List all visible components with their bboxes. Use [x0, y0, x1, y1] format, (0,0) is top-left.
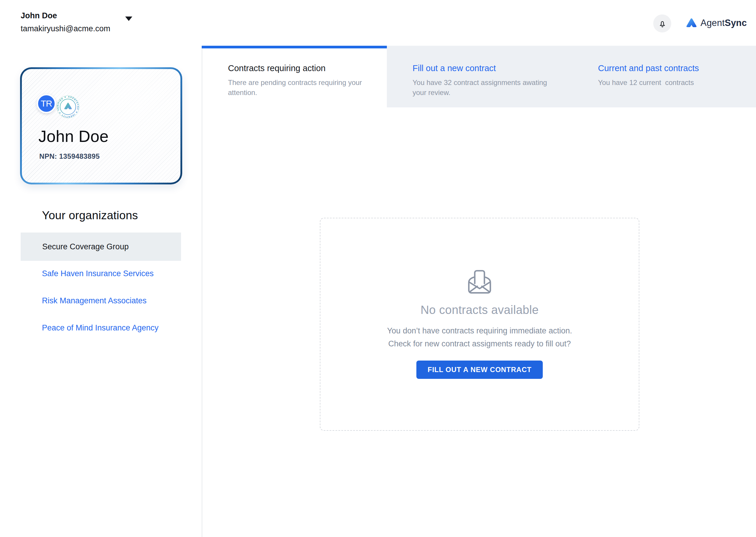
tab-title: Current and past contracts	[598, 62, 752, 74]
tab-title: Contracts requiring action	[228, 62, 382, 74]
identity-seal-icon: AGENTSYNC ✦ IDENTITY ✦ VERIFIED ✦	[56, 95, 80, 119]
bell-icon	[657, 19, 667, 29]
user-name: John Doe	[21, 11, 111, 21]
org-item-safe-haven-insurance-services[interactable]: Safe Haven Insurance Services	[42, 269, 154, 278]
empty-state-title: No contracts available	[320, 303, 639, 316]
app-screen: John Doe tamakiryushi@acme.com AgentSy	[0, 0, 756, 537]
tab-fill-out-a-new-contract[interactable]: Fill out a new contract You have 32 cont…	[413, 62, 560, 98]
empty-state-line-1: You don’t have contracts requiring immed…	[320, 326, 639, 336]
active-tab-indicator	[202, 46, 387, 48]
org-item-risk-management-associates[interactable]: Risk Management Associates	[42, 296, 147, 306]
org-item-secure-coverage-group[interactable]: Secure Coverage Group	[21, 232, 181, 261]
fill-out-new-contract-button[interactable]: FILL OUT A NEW CONTRACT	[417, 360, 543, 379]
card-npn: NPN: 1359483895	[39, 152, 100, 160]
brand-logo-icon	[686, 18, 697, 28]
agent-id-card-face: TR AGENTSYNC ✦ IDENTITY ✦ VERIFIED ✦	[22, 69, 180, 183]
tab-description: You have 12 current contracts	[598, 78, 752, 88]
empty-state: No contracts available You don’t have co…	[320, 218, 639, 431]
brand-name: AgentSync	[700, 18, 747, 28]
empty-state-line-2: Check for new contract assigments ready …	[320, 339, 639, 349]
user-email: tamakiryushi@acme.com	[21, 23, 111, 34]
tab-current-and-past-contracts[interactable]: Current and past contracts You have 12 c…	[598, 62, 752, 88]
org-item-peace-of-mind-insurance-agency[interactable]: Peace of Mind Insurance Agency	[42, 323, 158, 333]
tab-title: Fill out a new contract	[413, 62, 560, 74]
notifications-button[interactable]	[653, 15, 671, 32]
tab-description: You have 32 contract assignments awating…	[413, 78, 560, 98]
content-divider	[202, 46, 202, 537]
org-item-label: Secure Coverage Group	[42, 242, 129, 251]
caret-down-icon[interactable]	[125, 17, 132, 21]
tab-description: There are pending contracts requiring yo…	[228, 78, 382, 98]
mail-open-icon	[465, 268, 494, 297]
user-menu[interactable]: John Doe tamakiryushi@acme.com	[21, 11, 111, 34]
avatar-initials: TR	[41, 99, 52, 108]
agent-id-card: TR AGENTSYNC ✦ IDENTITY ✦ VERIFIED ✦	[20, 67, 182, 185]
tab-contracts-requiring-action[interactable]: Contracts requiring action There are pen…	[228, 62, 382, 98]
card-holder-name: John Doe	[38, 127, 109, 146]
organizations-title: Your organizations	[42, 209, 138, 222]
avatar: TR	[37, 94, 56, 113]
brand-logo: AgentSync	[686, 18, 747, 28]
